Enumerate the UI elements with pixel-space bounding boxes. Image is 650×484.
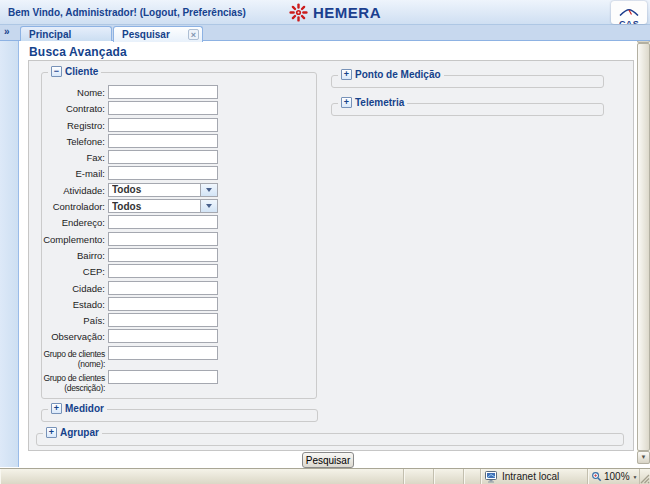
cliente-fields: Nome: Contrato: Registro: Telefone: Fax: (42, 85, 316, 394)
field-complemento[interactable] (108, 232, 218, 246)
combo-controlador[interactable] (108, 199, 201, 213)
expand-section-icon[interactable]: + (341, 69, 352, 80)
field-input-wrap (108, 248, 218, 262)
field-label: Complemento: (42, 232, 105, 245)
field-input-wrap (108, 370, 218, 384)
form-row: Grupo de clientes(nome): (42, 346, 316, 370)
field-email[interactable] (108, 166, 218, 180)
app-header: Bem Vindo, Administrador! (Logout, Prefe… (0, 0, 650, 25)
vertical-scrollbar[interactable]: ▲ ▼ (637, 30, 650, 464)
tab-principal[interactable]: Principal (20, 26, 112, 41)
search-tab-body: Busca Avançada − Cliente Nome: Contrato:… (19, 41, 637, 467)
cas-swoosh-icon (618, 9, 640, 16)
chevron-down-icon (206, 204, 212, 208)
form-row: Observação: (42, 329, 316, 345)
section-agrupar-legend: + Agrupar (43, 427, 102, 438)
field-nome[interactable] (108, 85, 218, 99)
field-input-wrap (108, 134, 218, 148)
field-label: Nome: (42, 85, 105, 98)
field-pais[interactable] (108, 313, 218, 327)
tab-strip: » Principal Pesquisar × (0, 25, 650, 41)
section-medidor-legend: + Medidor (48, 403, 107, 414)
zoom-dropdown-caret-icon[interactable]: ▼ (633, 474, 638, 480)
cas-logo: CAS TECNOLOGIA (611, 1, 647, 24)
field-input-wrap (108, 150, 218, 164)
field-label: Estado: (42, 297, 105, 310)
field-label: Registro: (42, 118, 105, 131)
chevron-down-icon (206, 188, 212, 192)
section-cliente: − Cliente Nome: Contrato: Registro: Tele… (41, 72, 317, 399)
field-input-wrap (108, 346, 218, 360)
section-telemetria-legend: + Telemetria (338, 97, 407, 108)
welcome-text[interactable]: Bem Vindo, Administrador! (Logout, Prefe… (8, 7, 246, 18)
field-label: Endereço: (42, 215, 105, 228)
form-row: Controlador: (42, 199, 316, 215)
field-input-wrap (108, 297, 218, 311)
section-ponto-legend: + Ponto de Medição (338, 69, 444, 80)
field-grupo_clientes_nome[interactable] (108, 346, 218, 360)
combo-trigger-controlador[interactable] (201, 199, 218, 213)
magnifier-icon (591, 471, 602, 482)
field-label: Controlador: (42, 199, 105, 212)
tab-principal-label: Principal (29, 29, 71, 40)
status-cell (434, 469, 464, 484)
field-input-wrap (108, 118, 218, 132)
combo-trigger-atividade[interactable] (201, 183, 218, 197)
combo-atividade[interactable] (108, 183, 201, 197)
collapse-section-icon[interactable]: − (51, 66, 62, 77)
close-tab-icon[interactable]: × (188, 29, 199, 40)
section-agrupar-title: Agrupar (60, 427, 99, 438)
status-cell (464, 469, 481, 484)
field-label: Observação: (42, 329, 105, 342)
field-input-wrap (108, 313, 218, 327)
section-telemetria-title: Telemetria (355, 97, 404, 108)
field-contrato[interactable] (108, 101, 218, 115)
scrollbar-thumb[interactable] (637, 43, 650, 451)
field-telefone[interactable] (108, 134, 218, 148)
field-estado[interactable] (108, 297, 218, 311)
section-medidor-title: Medidor (65, 403, 104, 414)
field-registro[interactable] (108, 118, 218, 132)
field-input-wrap (108, 215, 218, 229)
field-endereco[interactable] (108, 215, 218, 229)
security-zone-label: Intranet local (502, 471, 559, 482)
expand-west-panel-icon[interactable]: » (4, 26, 10, 37)
field-input-wrap (108, 281, 218, 295)
resize-grip[interactable] (640, 469, 650, 484)
section-cliente-legend: − Cliente (48, 66, 101, 77)
form-row: País: (42, 313, 316, 329)
field-observacao[interactable] (108, 329, 218, 343)
field-label: E-mail: (42, 166, 105, 179)
scroll-down-icon[interactable]: ▼ (637, 451, 650, 464)
field-input-wrap (108, 85, 218, 99)
tab-pesquisar[interactable]: Pesquisar × (113, 26, 203, 42)
expand-section-icon[interactable]: + (46, 427, 57, 438)
cas-brand-text: CAS (611, 20, 647, 24)
form-row: Telefone: (42, 134, 316, 150)
field-grupo_clientes_descricao[interactable] (108, 370, 218, 384)
collapsed-west-panel[interactable] (0, 41, 19, 467)
status-message-cell (0, 469, 404, 484)
field-cidade[interactable] (108, 281, 218, 295)
form-row: Registro: (42, 118, 316, 134)
field-label: Telefone: (42, 134, 105, 147)
form-row: Bairro: (42, 248, 316, 264)
form-row: Cidade: (42, 281, 316, 297)
field-input-wrap (108, 232, 218, 246)
field-label: CEP: (42, 264, 105, 277)
tab-pesquisar-label: Pesquisar (122, 29, 170, 40)
form-row: Estado: (42, 297, 316, 313)
form-row: Contrato: (42, 101, 316, 117)
field-label: Bairro: (42, 248, 105, 261)
expand-section-icon[interactable]: + (341, 97, 352, 108)
form-row: Fax: (42, 150, 316, 166)
field-cep[interactable] (108, 264, 218, 278)
expand-section-icon[interactable]: + (51, 403, 62, 414)
field-input-wrap (108, 329, 218, 343)
zoom-control[interactable]: 100% ▼ (588, 469, 640, 484)
search-button[interactable]: Pesquisar (302, 452, 354, 468)
form-row: Grupo de clientes(descrição): (42, 370, 316, 394)
field-bairro[interactable] (108, 248, 218, 262)
field-fax[interactable] (108, 150, 218, 164)
field-label: Cidade: (42, 281, 105, 294)
